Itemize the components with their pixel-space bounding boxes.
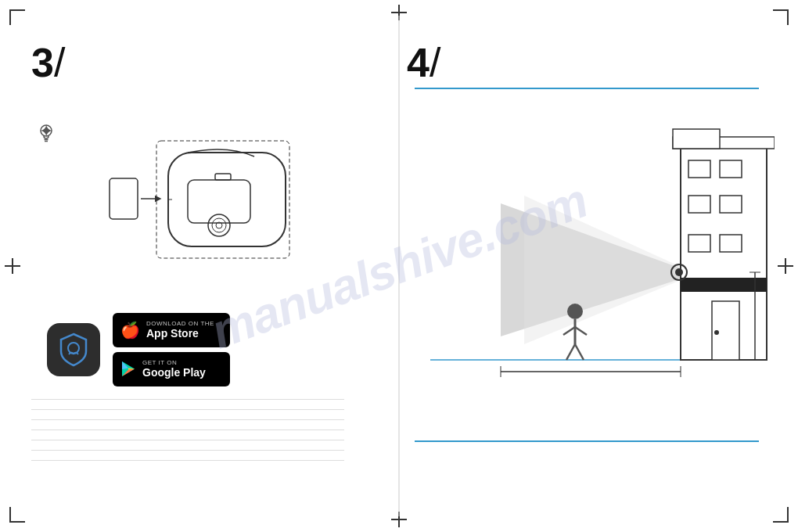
table-cell xyxy=(188,410,344,420)
appstore-text: Download on the App Store xyxy=(146,320,214,340)
svg-line-43 xyxy=(575,344,584,360)
table-cell xyxy=(31,440,188,451)
step4-bottom-line xyxy=(415,440,759,442)
svg-point-10 xyxy=(212,218,226,232)
table-cell xyxy=(31,420,188,430)
svg-rect-24 xyxy=(720,196,742,213)
step3-number: 3 xyxy=(31,42,52,83)
table-cell xyxy=(31,410,188,420)
crosshair-left xyxy=(5,258,20,274)
table-cell xyxy=(188,420,344,430)
step4-number: 4 xyxy=(407,42,428,83)
table-row xyxy=(31,410,344,420)
svg-marker-16 xyxy=(524,196,696,344)
table-cell xyxy=(188,451,344,461)
table-row xyxy=(31,420,344,430)
svg-line-40 xyxy=(563,327,575,335)
svg-rect-8 xyxy=(215,174,231,180)
svg-point-0 xyxy=(41,125,52,136)
step4-panel: 4 / xyxy=(399,16,782,516)
table-cell xyxy=(31,451,188,461)
svg-point-9 xyxy=(208,214,230,236)
table-row xyxy=(31,440,344,451)
googleplay-text: GET IT ON Google Play xyxy=(142,359,206,379)
svg-rect-7 xyxy=(188,180,250,223)
appstore-badge[interactable]: 🍎 Download on the App Store xyxy=(113,313,230,347)
corner-mark-tl xyxy=(9,9,25,25)
step4-slash: / xyxy=(430,39,440,86)
svg-rect-23 xyxy=(688,196,710,213)
googleplay-getiton-text: GET IT ON xyxy=(142,359,206,366)
svg-point-28 xyxy=(714,330,719,335)
svg-line-42 xyxy=(566,344,575,360)
svg-point-14 xyxy=(68,343,79,354)
table-row xyxy=(31,430,344,440)
table-cell xyxy=(188,440,344,451)
svg-point-31 xyxy=(675,268,683,276)
svg-rect-26 xyxy=(720,235,742,252)
appstore-name: App Store xyxy=(146,327,214,340)
table-cell xyxy=(31,430,188,440)
svg-rect-22 xyxy=(720,160,742,178)
svg-rect-20 xyxy=(673,129,720,149)
badge-stack: 🍎 Download on the App Store GET IT ON G xyxy=(113,313,230,386)
corner-mark-bl xyxy=(9,507,25,523)
svg-rect-3 xyxy=(110,178,138,219)
app-icon xyxy=(47,323,100,376)
googleplay-name: Google Play xyxy=(142,366,206,379)
device-illustration xyxy=(102,117,305,277)
table-row xyxy=(31,451,344,461)
scene-illustration xyxy=(407,94,775,383)
step3-panel: 3 / ✦ xyxy=(23,16,383,516)
spec-table xyxy=(31,399,344,461)
table-cell xyxy=(188,430,344,440)
table-row xyxy=(31,400,344,410)
appstore-download-text: Download on the xyxy=(146,320,214,327)
googleplay-icon xyxy=(120,361,136,378)
table-cell xyxy=(31,400,188,410)
svg-rect-25 xyxy=(688,235,710,252)
apple-icon: 🍎 xyxy=(120,321,140,340)
step3-slash: / xyxy=(54,39,65,86)
svg-rect-29 xyxy=(681,278,767,292)
step4-top-line xyxy=(415,88,759,89)
svg-line-41 xyxy=(575,327,587,335)
lightbulb-icon xyxy=(38,124,55,147)
googleplay-badge[interactable]: GET IT ON Google Play xyxy=(113,352,230,386)
svg-rect-21 xyxy=(688,160,710,178)
badges-section: 🍎 Download on the App Store GET IT ON G xyxy=(47,313,230,386)
svg-point-38 xyxy=(567,304,583,319)
table-cell xyxy=(188,400,344,410)
